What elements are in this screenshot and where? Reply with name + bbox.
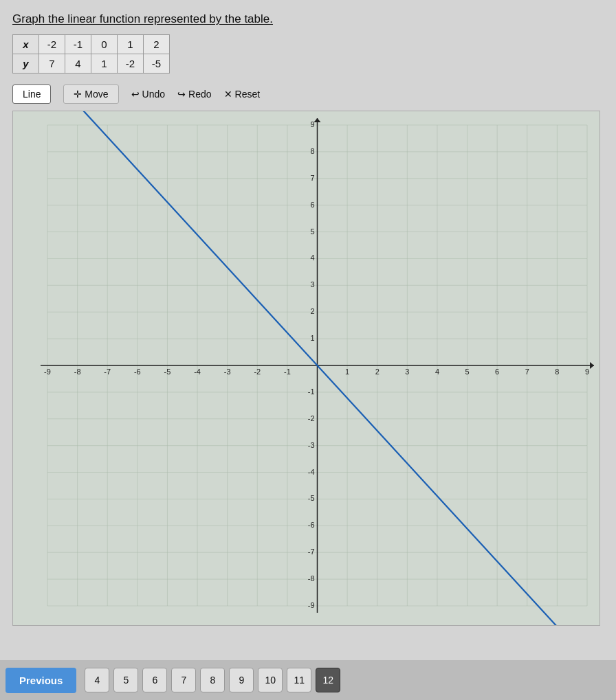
- y-val-4: -5: [144, 54, 170, 74]
- reset-button[interactable]: ✕ Reset: [224, 89, 261, 100]
- page-8-button[interactable]: 8: [200, 668, 225, 692]
- graph-canvas[interactable]: [13, 111, 600, 626]
- previous-button[interactable]: Previous: [6, 668, 76, 693]
- y-val-2: 1: [91, 54, 118, 74]
- reset-icon: ✕: [224, 89, 232, 100]
- line-tool-button[interactable]: Line: [12, 84, 51, 104]
- main-container: Graph the linear function represented by…: [0, 0, 616, 700]
- question-title: Graph the linear function represented by…: [12, 12, 604, 26]
- x-val-3: 1: [118, 35, 144, 54]
- data-table: x -2 -1 0 1 2 y 7 4 1 -2 -5: [12, 34, 170, 74]
- data-table-area: x -2 -1 0 1 2 y 7 4 1 -2 -5: [12, 34, 170, 74]
- move-icon: ✛: [74, 89, 82, 100]
- y-val-1: 4: [65, 54, 91, 74]
- reset-label: Reset: [235, 89, 261, 100]
- y-val-3: -2: [118, 54, 144, 74]
- undo-icon: ↩: [131, 89, 140, 100]
- y-header: y: [13, 54, 39, 74]
- redo-label: Redo: [188, 89, 211, 100]
- x-val-0: -2: [39, 35, 65, 54]
- page-9-button[interactable]: 9: [229, 668, 254, 692]
- x-val-4: 2: [144, 35, 170, 54]
- undo-button[interactable]: ↩ Undo: [131, 89, 165, 100]
- x-val-2: 0: [91, 35, 118, 54]
- redo-button[interactable]: ↪ Redo: [177, 89, 211, 100]
- graph-area[interactable]: [12, 111, 600, 626]
- redo-icon: ↪: [177, 89, 186, 100]
- toolbar: Line ✛ Move ↩ Undo ↪ Redo ✕ Reset: [12, 84, 604, 104]
- move-tool-button[interactable]: ✛ Move: [63, 84, 118, 104]
- page-7-button[interactable]: 7: [171, 668, 196, 692]
- x-header: x: [13, 35, 39, 54]
- bottom-navigation: Previous 4 5 6 7 8 9 10 11 12: [0, 660, 616, 700]
- x-val-1: -1: [65, 35, 91, 54]
- move-label: Move: [85, 89, 108, 100]
- page-5-button[interactable]: 5: [113, 668, 138, 692]
- page-12-button[interactable]: 12: [316, 668, 340, 692]
- page-6-button[interactable]: 6: [142, 668, 167, 692]
- undo-label: Undo: [142, 89, 165, 100]
- y-val-0: 7: [39, 54, 65, 74]
- page-11-button[interactable]: 11: [287, 668, 311, 692]
- page-4-button[interactable]: 4: [85, 668, 109, 692]
- page-10-button[interactable]: 10: [258, 668, 283, 692]
